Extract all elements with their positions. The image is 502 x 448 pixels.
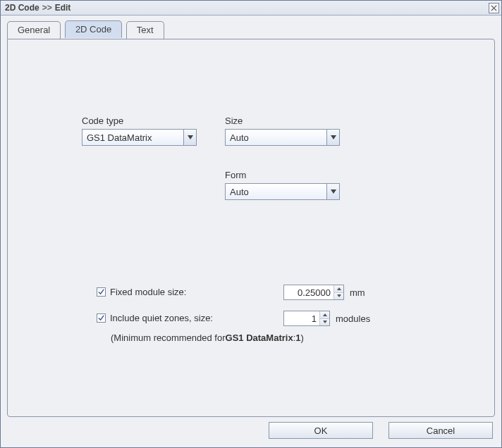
fixed-module-size-value: 0.25000 [284,285,333,299]
min-rec-pre: (Minimum recommended for [111,332,226,343]
quiet-zones-value: 1 [284,311,319,325]
quiet-zones-value-row: 1 modules [283,311,370,326]
title-separator: >> [42,3,52,13]
tab-row: General 2D Code Text [7,20,495,39]
form-group: Form Auto [225,170,340,200]
chevron-up-icon [323,313,327,316]
ok-button-label: OK [314,425,328,436]
fixed-module-size-spin-down[interactable] [334,293,343,300]
quiet-zones-spin-up[interactable] [320,311,329,319]
min-rec-post: ) [301,332,304,343]
check-icon [98,289,104,295]
dialog-window: 2D Code >> Edit General 2D Code Text Cod… [0,0,502,448]
tab-text-label: Text [137,25,154,35]
quiet-zones-checkbox[interactable] [97,313,106,323]
title-part2: Edit [55,3,71,13]
ok-button[interactable]: OK [269,422,373,439]
quiet-zones-spin-down[interactable] [320,319,329,326]
chevron-down-icon [331,135,336,139]
code-type-value: GS1 DataMatrix [82,130,183,145]
tab-text[interactable]: Text [126,21,164,39]
size-select[interactable]: Auto [225,129,340,146]
fixed-module-size-value-row: 0.25000 mm [283,285,365,300]
code-type-select[interactable]: GS1 DataMatrix [82,129,197,146]
client-area: General 2D Code Text Code type GS1 DataM… [7,20,495,416]
size-label: Size [225,116,243,126]
code-type-label: Code type [82,116,123,126]
dialog-buttons: OK Cancel [269,422,493,439]
min-rec-val: 1 [295,332,300,343]
check-icon [98,315,104,321]
min-rec-b: GS1 DataMatrix [226,332,293,343]
tab-panel: Code type GS1 DataMatrix Size Auto [7,39,495,417]
code-type-dropdown-button[interactable] [183,130,196,145]
size-dropdown-button[interactable] [326,130,339,145]
close-button[interactable] [489,3,499,13]
chevron-down-icon [188,135,193,139]
fixed-module-size-checkbox[interactable] [97,287,106,297]
chevron-down-icon [331,189,336,194]
form-label: Form [225,170,246,180]
quiet-zones-label: Include quiet zones, size: [110,313,213,323]
tab-2d-code-label: 2D Code [75,24,111,35]
form-select[interactable]: Auto [225,183,340,200]
form-value: Auto [226,184,326,199]
tab-general[interactable]: General [7,21,61,39]
fixed-module-size-input[interactable]: 0.25000 [283,285,344,300]
fixed-module-size-row: Fixed module size: [97,287,186,297]
title-part1: 2D Code [5,3,39,13]
chevron-down-icon [323,321,327,323]
cancel-button[interactable]: Cancel [388,422,493,439]
quiet-zones-unit: modules [336,313,370,324]
tab-2d-code[interactable]: 2D Code [65,20,122,38]
minimum-recommended-text: (Minimum recommended for GS1 DataMatrix … [111,332,304,343]
titlebar: 2D Code >> Edit [1,1,501,15]
chevron-down-icon [337,294,341,297]
cancel-button-label: Cancel [427,425,455,436]
fixed-module-size-spin-up[interactable] [334,285,343,293]
close-icon [491,5,497,11]
size-group: Size Auto [225,116,340,146]
size-value: Auto [226,130,326,145]
fixed-module-size-spinner [333,285,343,299]
quiet-zones-spinner [319,311,329,325]
fixed-module-size-unit: mm [350,287,365,298]
form-dropdown-button[interactable] [326,184,339,199]
form-area: Code type GS1 DataMatrix Size Auto [8,39,494,416]
chevron-up-icon [337,287,341,290]
fixed-module-size-label: Fixed module size: [110,287,186,297]
quiet-zones-row: Include quiet zones, size: [97,313,213,323]
tab-general-label: General [18,25,50,35]
quiet-zones-input[interactable]: 1 [283,311,330,326]
code-type-group: Code type GS1 DataMatrix [82,116,197,146]
